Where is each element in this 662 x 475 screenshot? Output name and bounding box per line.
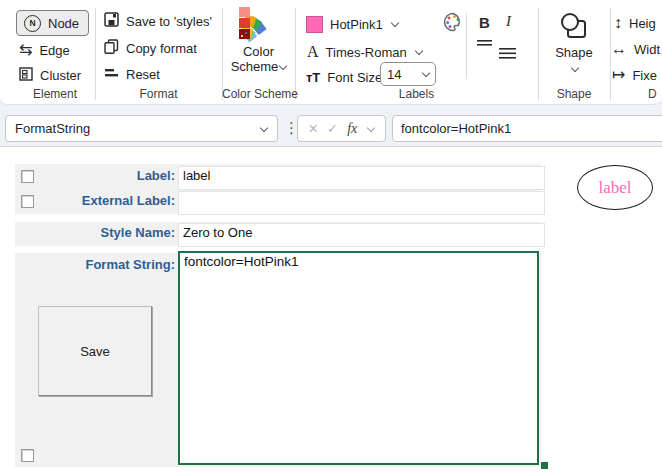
label-rows-block: Label: label External Label: [15, 164, 541, 214]
label-field-input[interactable]: label [178, 166, 545, 190]
chevron-down-icon[interactable] [367, 123, 375, 131]
font-size-select[interactable]: 14 [380, 62, 436, 86]
formula-input[interactable]: fontcolor=HotPink1 [392, 115, 662, 142]
cluster-icon [19, 67, 33, 84]
chevron-down-icon [260, 123, 268, 131]
fixed-button[interactable]: ↦ Fixe [612, 64, 657, 86]
save-to-styles-label: Save to 'styles' [126, 14, 212, 29]
bottom-checkbox[interactable] [21, 449, 34, 462]
font-size-icon: тT [306, 70, 320, 85]
font-color-swatch-icon [306, 16, 323, 33]
graph-node-label: label [598, 178, 631, 198]
height-label: Heig [629, 16, 656, 31]
formula-value: fontcolor=HotPink1 [401, 121, 511, 136]
app-window: N Node ⇆ Edge Cluster Element Save to 's… [0, 0, 662, 475]
confirm-icon[interactable]: ✓ [327, 121, 338, 136]
reset-label: Reset [126, 67, 160, 82]
edge-button-label: Edge [39, 43, 69, 58]
color-scheme-button[interactable]: Color Scheme [222, 44, 295, 74]
italic-button[interactable]: I [506, 13, 511, 30]
font-size-label: Font Size [327, 70, 382, 85]
edge-icon: ⇆ [19, 42, 32, 58]
font-color-value: HotPink1 [330, 17, 383, 32]
width-label: Widt [634, 42, 660, 57]
node-button-label: Node [48, 16, 79, 31]
format-string-field-label: Format String: [15, 257, 175, 272]
bold-button[interactable]: B [479, 14, 490, 31]
ribbon: N Node ⇆ Edge Cluster Element Save to 's… [0, 0, 662, 105]
align-lines-icon [477, 39, 494, 51]
format-string-editor[interactable]: fontcolor=HotPink1 [178, 251, 539, 465]
element-group-label: Element [15, 87, 95, 101]
save-button[interactable]: Save [38, 306, 152, 396]
palette-button[interactable] [443, 12, 463, 35]
reset-icon [104, 66, 119, 83]
fixed-label: Fixe [632, 68, 657, 83]
name-box-value: FormatString [15, 121, 90, 136]
font-color-dropdown[interactable]: HotPink1 [306, 13, 398, 35]
mini-divider [466, 13, 467, 79]
label-align-left-button[interactable] [477, 39, 494, 54]
cluster-button[interactable]: Cluster [19, 64, 81, 86]
node-button[interactable]: N Node [16, 10, 89, 36]
chevron-down-icon [279, 62, 287, 70]
external-label-field-input[interactable] [178, 191, 545, 215]
external-label-field-label: External Label: [15, 193, 175, 208]
fixed-arrow-icon: ↦ [612, 67, 625, 83]
chevron-down-icon [414, 47, 422, 55]
copy-format-icon [104, 39, 119, 57]
align-lines-icon [499, 47, 518, 61]
cluster-button-label: Cluster [40, 68, 81, 83]
width-button[interactable]: ↔ Widt [611, 38, 660, 60]
font-letter-icon: A [307, 43, 319, 61]
height-arrow-icon: ↕ [614, 15, 622, 31]
selection-fill-handle[interactable] [540, 461, 549, 470]
chevron-down-icon [571, 64, 579, 72]
name-box[interactable]: FormatString [5, 115, 278, 142]
node-icon-letter: N [29, 18, 35, 28]
style-name-block: Style Name: Zero to One [15, 222, 541, 246]
copy-format-label: Copy format [126, 41, 197, 56]
labels-group-label: Labels [295, 87, 538, 101]
palette-icon [443, 12, 463, 32]
editor-panel: Label: label External Label: Style Name:… [0, 146, 662, 475]
color-scheme-icon [236, 5, 282, 43]
color-scheme-button-line2: Scheme [222, 59, 295, 74]
shape-button-label: Shape [538, 45, 610, 60]
graph-node-ellipse[interactable]: label [577, 165, 653, 210]
label-field-label: Label: [15, 168, 175, 183]
color-scheme-button-line1: Color [222, 44, 295, 59]
edge-button[interactable]: ⇆ Edge [19, 39, 70, 61]
shape-icon [557, 12, 591, 42]
dimensions-group-label: D [648, 87, 662, 101]
reset-button[interactable]: Reset [104, 63, 160, 85]
font-name-value: Times-Roman [326, 45, 407, 60]
formula-buttons: × ✓ fx [297, 115, 386, 142]
height-button[interactable]: ↕ Heig [614, 12, 656, 34]
font-size-control: тT Font Size [306, 66, 382, 88]
width-arrow-icon: ↔ [611, 41, 627, 57]
color-scheme-group-label: Color Scheme [222, 87, 295, 101]
save-to-styles-button[interactable]: Save to 'styles' [104, 10, 212, 32]
node-icon: N [24, 15, 41, 32]
format-group-label: Format [95, 87, 222, 101]
style-name-field-label: Style Name: [15, 225, 175, 240]
font-name-dropdown[interactable]: A Times-Roman [307, 41, 422, 63]
chevron-down-icon [391, 19, 399, 27]
style-name-field-input[interactable]: Zero to One [178, 223, 545, 247]
shape-group-label: Shape [538, 87, 610, 101]
cancel-icon[interactable]: × [309, 120, 318, 138]
chevron-down-icon [422, 69, 430, 77]
shape-button[interactable]: Shape [538, 12, 610, 76]
copy-format-button[interactable]: Copy format [104, 37, 197, 59]
save-styles-icon [104, 12, 119, 30]
fx-icon[interactable]: fx [347, 121, 357, 137]
label-align-right-button[interactable] [499, 47, 518, 64]
font-size-value: 14 [387, 67, 401, 82]
